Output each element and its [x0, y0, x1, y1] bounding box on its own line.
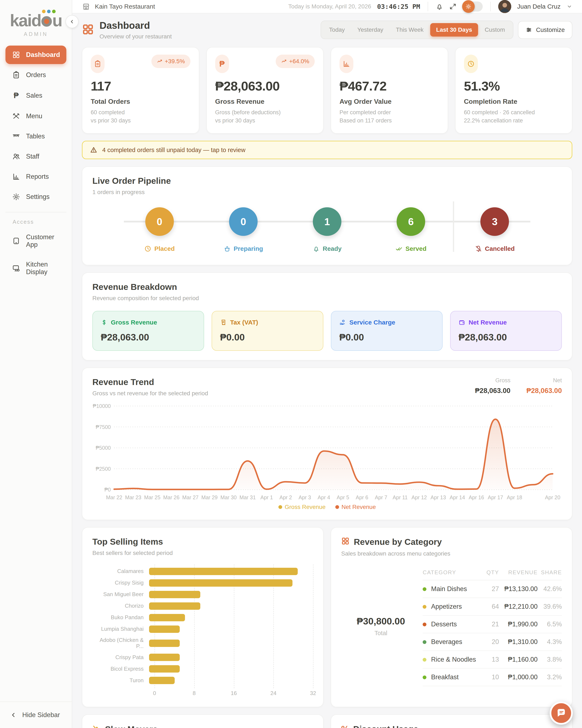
alert-text: 4 completed orders still unpaid today — …: [102, 147, 245, 154]
trend-legend: Gross Revenue Net Revenue: [92, 504, 562, 511]
percent-icon: %: [341, 724, 349, 728]
bar-row: Calamares: [92, 568, 313, 575]
bar-row: Crispy Sisig: [92, 579, 313, 587]
gross-total: ₱28,063.00: [475, 387, 510, 395]
tab-custom[interactable]: Custom: [479, 23, 511, 36]
svg-text:₱0: ₱0: [104, 487, 111, 493]
receipt-icon: [220, 319, 227, 326]
bar-row: Adobo (Chicken & P...: [92, 637, 313, 650]
tile-tax-vat: Tax (VAT) ₱0.00: [212, 311, 323, 351]
category-share: 39.6%: [537, 598, 562, 616]
tile-value: ₱28,063.00: [101, 332, 196, 343]
grid-icon: [341, 537, 350, 547]
trend-subtitle: Gross vs net revenue for the selected pe…: [92, 390, 208, 397]
svg-text:Apr 20: Apr 20: [545, 495, 560, 500]
user-name[interactable]: Juan Dela Cruz: [517, 3, 561, 10]
svg-text:₱7500: ₱7500: [96, 424, 111, 430]
sidebar-item-orders[interactable]: Orders: [5, 66, 67, 84]
bar-track: [149, 640, 313, 647]
wallet-icon: [458, 319, 465, 326]
bar: [149, 602, 200, 610]
customize-button[interactable]: Customize: [518, 21, 572, 39]
stage-count: 1: [313, 207, 341, 236]
tab-this-week[interactable]: This Week: [390, 23, 429, 36]
bar-label: Chorizo: [92, 603, 149, 609]
trend-down-icon: [92, 724, 101, 728]
sidebar-item-settings[interactable]: Settings: [5, 187, 67, 206]
tab-today[interactable]: Today: [323, 23, 351, 36]
bar-label: Bicol Express: [92, 666, 149, 672]
kpi-title: Completion Rate: [464, 98, 564, 105]
sidebar-item-customer-app[interactable]: Customer App: [5, 228, 67, 254]
pot-icon: [223, 245, 231, 252]
category-qty: 64: [484, 598, 499, 616]
svg-text:Apr 17: Apr 17: [488, 495, 503, 500]
svg-text:Apr 12: Apr 12: [412, 495, 427, 500]
category-share: 6.5%: [537, 616, 562, 633]
unpaid-orders-alert[interactable]: 4 completed orders still unpaid today — …: [82, 141, 572, 159]
stage-count: 0: [145, 207, 174, 236]
kpi-subtext: 60 completed · 26 cancelled22.2% cancell…: [464, 108, 564, 125]
utensils-icon: [12, 112, 20, 120]
category-revenue: ₱12,210.00: [499, 598, 538, 616]
fullscreen-button[interactable]: [449, 3, 457, 10]
sidebar-item-label: Sales: [26, 92, 43, 99]
users-icon: [12, 153, 20, 160]
bell-off-icon: [475, 245, 482, 252]
kpi-value: ₱467.72: [340, 79, 439, 94]
bar: [149, 677, 175, 684]
top-items-subtitle: Best sellers for selected period: [92, 550, 313, 556]
trend-title: Revenue Trend: [92, 377, 208, 387]
bar-row: Crispy Pata: [92, 654, 313, 661]
notifications-button[interactable]: [436, 3, 443, 10]
top-selling-items-card: Top Selling Items Best sellers for selec…: [82, 527, 323, 707]
svg-text:Apr 4: Apr 4: [318, 495, 330, 500]
avatar[interactable]: [498, 0, 511, 13]
net-label: Net: [526, 377, 562, 384]
kpi-gross-revenue: ₱ +64.0% ₱28,063.00 Gross Revenue Gross …: [206, 47, 324, 134]
pipeline-stages: 0 Placed 0 Preparing 1 Ready 6 Served: [92, 207, 562, 256]
sidebar-item-reports[interactable]: Reports: [5, 167, 67, 186]
category-revenue: ₱1,160.00: [499, 651, 538, 668]
sidebar-item-menu[interactable]: Menu: [5, 107, 67, 125]
tab-yesterday[interactable]: Yesterday: [351, 23, 389, 36]
sidebar-collapse-button[interactable]: [65, 15, 79, 28]
sidebar-item-label: Customer App: [26, 233, 60, 249]
legend-label: Net Revenue: [342, 504, 376, 511]
sidebar-item-kitchen-display[interactable]: Kitchen Display: [5, 255, 67, 281]
svg-text:Mar 23: Mar 23: [125, 495, 141, 500]
category-dot: [423, 587, 426, 591]
sidebar-item-staff[interactable]: Staff: [5, 147, 67, 166]
category-revenue: ₱1,000.00: [499, 668, 538, 686]
page-subtitle: Overview of your restaurant: [100, 33, 172, 40]
sidebar-item-sales[interactable]: ₱Sales: [5, 86, 67, 105]
user-menu-button[interactable]: [566, 4, 572, 9]
category-dot: [423, 623, 426, 626]
by-category-title: Revenue by Category: [341, 537, 562, 547]
chat-button[interactable]: [550, 702, 573, 725]
sidebar-item-dashboard[interactable]: Dashboard: [5, 46, 67, 64]
svg-text:Apr 3: Apr 3: [298, 495, 311, 500]
hide-sidebar-button[interactable]: Hide Sidebar: [0, 702, 72, 728]
kpi-badge: +39.5%: [151, 55, 190, 68]
svg-text:Mar 30: Mar 30: [220, 495, 237, 500]
category-qty: 10: [484, 668, 499, 686]
logo-dot-blue: [47, 10, 51, 13]
bar: [149, 665, 180, 673]
tab-last-30-days[interactable]: Last 30 Days: [430, 23, 478, 36]
main-area: Kain Tayo Restaurant Today is Monday, Ap…: [72, 0, 582, 728]
pipeline-subtitle: 1 orders in progress: [92, 189, 562, 196]
legend-dot-net: [335, 505, 339, 509]
sidebar-item-tables[interactable]: Tables: [5, 127, 67, 146]
svg-text:₱5000: ₱5000: [96, 445, 111, 451]
stage-count: 3: [480, 207, 509, 236]
trend-totals: Gross ₱28,063.00 Net ₱28,063.00: [475, 377, 562, 395]
sidebar-item-label: Menu: [26, 112, 43, 120]
theme-toggle[interactable]: [462, 1, 483, 11]
tile-net-revenue: Net Revenue ₱28,063.00: [450, 311, 562, 351]
logo-dots: [42, 10, 56, 13]
customize-label: Customize: [536, 26, 565, 33]
stage-placed: 0 Placed: [117, 207, 201, 252]
svg-text:Apr 1: Apr 1: [260, 495, 273, 500]
category-row: Appetizers 64 ₱12,210.00 39.6%: [423, 598, 562, 616]
